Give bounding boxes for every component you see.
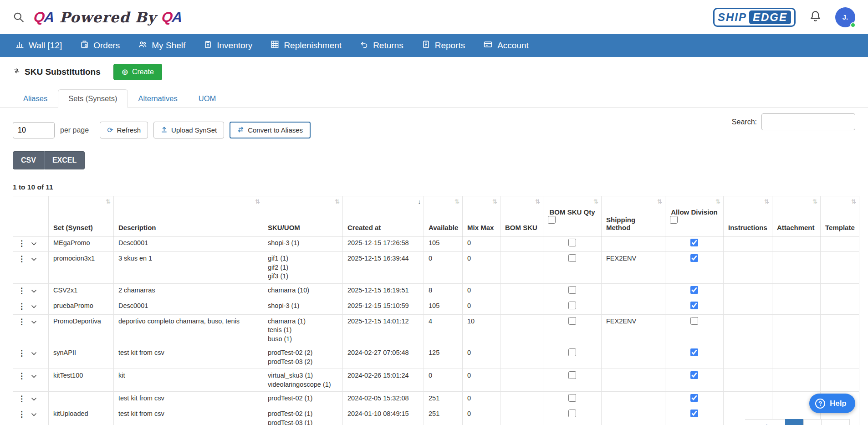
row-expand-chevron-icon[interactable] xyxy=(31,372,37,381)
pagination-next-button[interactable]: Next xyxy=(821,419,850,425)
sort-icon[interactable]: ⇅ xyxy=(851,198,856,205)
upload-synset-button[interactable]: Upload SynSet xyxy=(153,122,224,138)
shipedge-logo[interactable]: SHIPEDGE xyxy=(713,8,796,27)
allow-division-checkbox[interactable] xyxy=(690,410,698,417)
help-button[interactable]: ? Help xyxy=(809,394,855,413)
allow-division-checkbox[interactable] xyxy=(690,371,698,379)
nav-item-returns[interactable]: Returns xyxy=(360,40,403,51)
allow-division-checkbox[interactable] xyxy=(690,286,698,294)
column-header-instructions[interactable]: ⇅Instructions xyxy=(724,196,772,236)
allow-division-checkbox[interactable] xyxy=(690,239,698,246)
avatar[interactable]: J. xyxy=(835,7,855,27)
tab-alternatives[interactable]: Alternatives xyxy=(128,89,188,108)
cell-available: 251 xyxy=(424,392,463,407)
bom-sku-qty-header-checkbox[interactable] xyxy=(548,216,556,224)
refresh-button[interactable]: ⟳ Refresh xyxy=(100,122,148,138)
row-expand-chevron-icon[interactable] xyxy=(31,287,37,296)
allow-division-header-checkbox[interactable] xyxy=(670,216,678,224)
bom-sku-qty-checkbox[interactable] xyxy=(568,317,576,325)
column-header-bom-sku[interactable]: ⇅BOM SKU xyxy=(500,196,543,236)
column-header-bom-sku-qty[interactable]: ⇅BOM SKU Qty xyxy=(543,196,602,236)
sort-icon[interactable]: ⇅ xyxy=(106,198,111,205)
tab-uom[interactable]: UOM xyxy=(188,89,227,108)
create-button[interactable]: ⊕ Create xyxy=(113,64,162,80)
cell-set-synset: kitUploaded xyxy=(49,407,114,425)
bom-sku-qty-checkbox[interactable] xyxy=(568,348,576,356)
pagination-previous-button[interactable]: Previous xyxy=(745,419,786,425)
tab-sets-synsets[interactable]: Sets (Synsets) xyxy=(58,89,128,108)
column-header-set-synset[interactable]: ⇅Set (Synset) xyxy=(49,196,114,236)
sort-icon[interactable]: ⇅ xyxy=(454,198,460,205)
cell-template xyxy=(821,299,859,314)
cell-bom-sku xyxy=(500,236,543,252)
row-expand-chevron-icon[interactable] xyxy=(31,349,37,358)
row-menu-icon[interactable]: ⋮ xyxy=(18,287,26,295)
allow-division-checkbox[interactable] xyxy=(690,394,698,402)
row-menu-icon[interactable]: ⋮ xyxy=(18,349,26,358)
sort-icon[interactable]: ⇅ xyxy=(764,198,769,205)
nav-item-orders[interactable]: Orders xyxy=(80,40,120,51)
allow-division-checkbox[interactable] xyxy=(690,254,698,262)
column-header-sku-uom[interactable]: ⇅SKU/UOM xyxy=(263,196,343,236)
row-menu-icon[interactable]: ⋮ xyxy=(18,394,26,403)
nav-item-wall[interactable]: Wall [12] xyxy=(15,40,62,51)
per-page-input[interactable] xyxy=(13,122,55,138)
bom-sku-qty-checkbox[interactable] xyxy=(568,371,576,379)
column-header-available[interactable]: ⇅Available xyxy=(424,196,463,236)
row-expand-chevron-icon[interactable] xyxy=(31,302,37,312)
pagination-page-2-button[interactable]: 2 xyxy=(803,419,822,425)
nav-item-account[interactable]: Account xyxy=(483,40,529,51)
nav-item-replenishment[interactable]: Replenishment xyxy=(271,40,342,51)
nav-item-inventory[interactable]: Inventory xyxy=(204,40,252,51)
cell-shipping-method xyxy=(602,236,665,252)
row-expand-chevron-icon[interactable] xyxy=(31,410,37,420)
export-csv-button[interactable]: CSV xyxy=(13,151,44,169)
column-header-shipping-method[interactable]: ⇅Shipping Method xyxy=(602,196,665,236)
bom-sku-qty-checkbox[interactable] xyxy=(568,302,576,309)
sort-icon[interactable]: ⇅ xyxy=(492,198,497,205)
bell-icon[interactable] xyxy=(809,10,822,24)
row-expand-chevron-icon[interactable] xyxy=(31,318,37,327)
export-excel-button[interactable]: EXCEL xyxy=(44,151,85,169)
tab-aliases[interactable]: Aliases xyxy=(13,89,58,108)
column-header-attachment[interactable]: ⇅Attachment xyxy=(772,196,821,236)
column-header-created-at[interactable]: ↓Created at xyxy=(343,196,424,236)
nav-item-my-shelf[interactable]: My Shelf xyxy=(138,40,185,51)
sort-icon[interactable]: ⇅ xyxy=(535,198,540,205)
row-menu-icon[interactable]: ⋮ xyxy=(18,410,26,419)
row-menu-icon[interactable]: ⋮ xyxy=(18,255,26,263)
allow-division-checkbox[interactable] xyxy=(690,317,698,325)
bom-sku-qty-checkbox[interactable] xyxy=(568,239,576,246)
table-search-input[interactable] xyxy=(761,113,855,130)
column-header-allow-division[interactable]: ⇅Allow Division xyxy=(665,196,724,236)
row-expand-chevron-icon[interactable] xyxy=(31,240,37,249)
row-expand-chevron-icon[interactable] xyxy=(31,395,37,404)
sort-icon[interactable]: ⇅ xyxy=(335,198,340,205)
pagination-page-1-button[interactable]: 1 xyxy=(785,419,803,425)
search-icon[interactable] xyxy=(13,11,25,23)
row-expand-chevron-icon[interactable] xyxy=(31,255,37,264)
sort-icon[interactable]: ⇅ xyxy=(657,198,662,205)
cell-allow-division xyxy=(665,314,724,346)
sort-icon[interactable]: ⇅ xyxy=(715,198,720,205)
sort-icon[interactable]: ⇅ xyxy=(812,198,817,205)
row-menu-icon[interactable]: ⋮ xyxy=(18,239,26,248)
row-menu-icon[interactable]: ⋮ xyxy=(18,317,26,326)
bom-sku-qty-checkbox[interactable] xyxy=(568,410,576,417)
column-header-template[interactable]: ⇅Template xyxy=(821,196,859,236)
convert-to-aliases-button[interactable]: Convert to Aliases xyxy=(230,122,311,138)
bom-sku-qty-checkbox[interactable] xyxy=(568,254,576,262)
bom-sku-qty-checkbox[interactable] xyxy=(568,286,576,294)
row-menu-icon[interactable]: ⋮ xyxy=(18,372,26,380)
sort-icon[interactable]: ⇅ xyxy=(255,198,260,205)
column-header-mix-max[interactable]: ⇅Mix Max xyxy=(463,196,500,236)
sort-icon[interactable]: ⇅ xyxy=(593,198,598,205)
allow-division-checkbox[interactable] xyxy=(690,302,698,309)
sort-desc-icon[interactable]: ↓ xyxy=(418,198,421,205)
nav-item-reports[interactable]: Reports xyxy=(422,40,465,51)
bom-sku-qty-checkbox[interactable] xyxy=(568,394,576,402)
allow-division-checkbox[interactable] xyxy=(690,348,698,356)
column-header-description[interactable]: ⇅Description xyxy=(114,196,263,236)
row-menu-icon[interactable]: ⋮ xyxy=(18,302,26,311)
cell-sku-uom: chamarra (1) tenis (1) buso (1) xyxy=(263,314,343,346)
